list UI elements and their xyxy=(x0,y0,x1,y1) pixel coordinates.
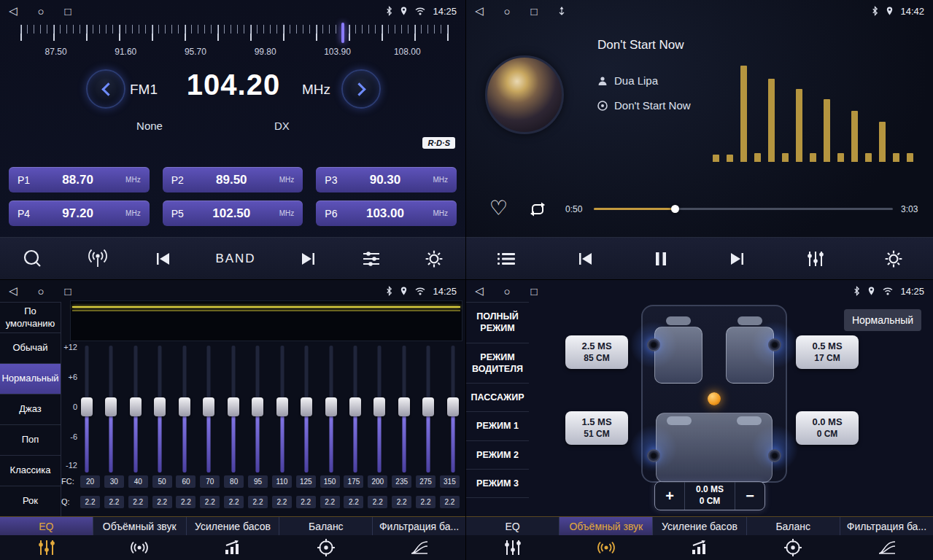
slider-handle[interactable] xyxy=(349,397,361,416)
back-icon[interactable]: ◁ xyxy=(475,284,484,298)
back-icon[interactable]: ◁ xyxy=(475,4,484,18)
eq-band[interactable] xyxy=(227,346,240,472)
home-icon[interactable]: ○ xyxy=(38,285,44,298)
filter-icon[interactable] xyxy=(372,535,465,560)
tab-balance[interactable]: Баланс xyxy=(747,517,840,535)
balance-icon[interactable] xyxy=(746,535,840,560)
tune-up-button[interactable] xyxy=(341,69,381,109)
preset-button-p3[interactable]: P390.30MHz xyxy=(316,167,457,192)
eq-band[interactable] xyxy=(300,346,313,472)
mode-1[interactable]: РЕЖИМ 1 xyxy=(466,412,529,440)
bass-boost-icon[interactable] xyxy=(653,535,746,560)
mode-passenger[interactable]: ПАССАЖИР xyxy=(466,384,529,412)
preset-button-p5[interactable]: P5102.50MHz xyxy=(163,201,303,226)
skip-previous-icon[interactable] xyxy=(153,251,172,267)
eq-band[interactable] xyxy=(178,346,191,472)
balance-icon[interactable] xyxy=(279,535,373,560)
slider-handle[interactable] xyxy=(81,397,93,416)
tab-filter[interactable]: Фильтрация ба... xyxy=(373,517,465,535)
tab-bass-boost[interactable]: Усиление басов xyxy=(653,517,746,535)
band-button[interactable]: BAND xyxy=(215,252,255,266)
tab-surround[interactable]: Объёмный звук xyxy=(93,517,187,535)
eq-band[interactable] xyxy=(422,346,435,472)
audio-settings-icon[interactable] xyxy=(361,250,382,268)
eq-preset-pop[interactable]: Поп xyxy=(0,425,61,456)
tab-eq[interactable]: EQ xyxy=(0,517,93,535)
tab-eq[interactable]: EQ xyxy=(466,517,560,535)
eq-band[interactable] xyxy=(153,346,166,472)
eq-band[interactable] xyxy=(129,346,142,472)
tune-down-button[interactable] xyxy=(86,69,125,109)
settings-gear-icon[interactable] xyxy=(425,249,444,268)
surround-sound-icon[interactable] xyxy=(93,535,187,560)
eq-band[interactable] xyxy=(202,346,215,472)
slider-handle[interactable] xyxy=(373,397,385,416)
broadcast-icon[interactable] xyxy=(85,249,110,268)
mode-3[interactable]: РЕЖИМ 3 xyxy=(466,470,529,498)
skip-next-icon[interactable] xyxy=(299,251,318,267)
frequency-pointer[interactable] xyxy=(341,23,344,43)
tab-bass-boost[interactable]: Усиление басов xyxy=(187,517,280,535)
slider-handle[interactable] xyxy=(398,397,410,416)
mode-full[interactable]: ПОЛНЫЙ РЕЖИМ xyxy=(466,303,529,343)
skip-previous-icon[interactable] xyxy=(576,251,595,267)
recents-icon[interactable]: □ xyxy=(65,285,71,298)
eq-preset-rock[interactable]: Рок xyxy=(0,486,61,517)
progress-bar[interactable] xyxy=(594,208,893,210)
back-icon[interactable]: ◁ xyxy=(9,4,18,18)
slider-handle[interactable] xyxy=(301,397,312,416)
home-icon[interactable]: ○ xyxy=(38,5,44,18)
slider-handle[interactable] xyxy=(203,397,214,416)
scan-icon[interactable] xyxy=(22,249,42,269)
eq-sliders-icon[interactable] xyxy=(466,535,560,560)
slider-handle[interactable] xyxy=(130,397,142,416)
slider-handle[interactable] xyxy=(447,397,459,416)
eq-band[interactable] xyxy=(104,346,117,472)
equalizer-icon[interactable] xyxy=(806,250,825,268)
preset-button-p2[interactable]: P289.50MHz xyxy=(163,167,303,192)
eq-band[interactable] xyxy=(373,346,386,472)
eq-band[interactable] xyxy=(80,346,93,472)
eq-band[interactable] xyxy=(276,346,289,472)
delay-front-left-button[interactable]: 2.5 MS 85 CM xyxy=(565,335,628,369)
eq-sliders-icon[interactable] xyxy=(0,535,93,560)
delay-rear-right-button[interactable]: 0.0 MS 0 CM xyxy=(796,411,859,445)
slider-handle[interactable] xyxy=(154,397,166,416)
slider-handle[interactable] xyxy=(276,397,288,416)
decrease-delay-button[interactable]: − xyxy=(735,482,764,510)
slider-handle[interactable] xyxy=(179,397,190,416)
eq-preset-default[interactable]: По умолчанию xyxy=(0,303,61,333)
back-icon[interactable]: ◁ xyxy=(9,284,18,298)
delay-rear-left-button[interactable]: 1.5 MS 51 CM xyxy=(565,411,628,445)
eq-band[interactable] xyxy=(398,346,411,472)
filter-icon[interactable] xyxy=(840,535,933,560)
home-icon[interactable]: ○ xyxy=(504,285,511,298)
eq-preset-jazz[interactable]: Джаз xyxy=(0,394,61,425)
repeat-icon[interactable] xyxy=(527,201,548,220)
eq-band[interactable] xyxy=(325,346,338,472)
mode-driver[interactable]: РЕЖИМ ВОДИТЕЛЯ xyxy=(466,343,529,384)
home-icon[interactable]: ○ xyxy=(504,5,511,18)
stage-preset-button[interactable]: Нормальный xyxy=(844,309,921,331)
surround-sound-icon[interactable] xyxy=(560,535,653,560)
preset-button-p4[interactable]: P497.20MHz xyxy=(9,201,150,226)
listening-position-marker[interactable] xyxy=(708,392,721,405)
tab-balance[interactable]: Баланс xyxy=(279,517,373,535)
eq-preset-classic[interactable]: Классика xyxy=(0,456,61,486)
eq-band[interactable] xyxy=(349,346,362,472)
eq-preset-normal[interactable]: Нормальный xyxy=(0,364,61,394)
slider-handle[interactable] xyxy=(252,397,263,416)
delay-front-right-button[interactable]: 0.5 MS 17 CM xyxy=(796,335,859,369)
eq-band[interactable] xyxy=(446,346,460,472)
recents-icon[interactable]: □ xyxy=(531,5,538,18)
mode-2[interactable]: РЕЖИМ 2 xyxy=(466,441,529,470)
tab-filter[interactable]: Фильтрация ба... xyxy=(840,517,933,535)
recents-icon[interactable]: □ xyxy=(531,285,538,298)
favorite-icon[interactable]: ♡ xyxy=(489,198,508,219)
increase-delay-button[interactable]: + xyxy=(655,482,684,510)
eq-preset-custom[interactable]: Обычай xyxy=(0,333,61,364)
progress-knob[interactable] xyxy=(671,205,679,213)
recents-icon[interactable]: □ xyxy=(65,5,71,18)
preset-button-p6[interactable]: P6103.00MHz xyxy=(316,201,457,226)
tuner-scale[interactable] xyxy=(20,25,454,42)
